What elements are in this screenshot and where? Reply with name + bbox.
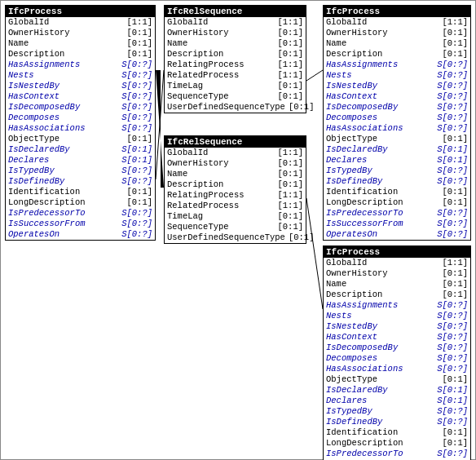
table-row: OperatesOnS[0:?]	[6, 229, 155, 240]
table-row: HasContextS[0:?]	[324, 332, 470, 343]
table-row: Identification[0:1]	[324, 427, 470, 438]
ifcprocess-1-box: IfcProcess GlobalId[1:1] OwnerHistory[0:…	[5, 5, 156, 241]
table-row: LongDescription[0:1]	[324, 197, 470, 208]
table-row: ObjectType[0:1]	[324, 134, 470, 144]
table-row: SequenceType[0:1]	[165, 222, 306, 232]
table-row: Name[0:1]	[165, 169, 306, 179]
table-row: HasAssignmentsS[0:?]	[6, 60, 155, 70]
table-row: OwnerHistory[0:1]	[324, 268, 470, 279]
ifcrelsequence-1-title: IfcRelSequence	[165, 6, 306, 17]
table-row: DecomposesS[0:?]	[6, 113, 155, 123]
table-row: Name[0:1]	[324, 279, 470, 290]
ifcrelsequence-2-rows: GlobalId[1:1] OwnerHistory[0:1] Name[0:1…	[165, 148, 306, 243]
table-row: Description[0:1]	[324, 290, 470, 300]
table-row: TimeLag[0:1]	[165, 211, 306, 222]
table-row: IsNestedByS[0:?]	[6, 81, 155, 91]
table-row: Description[0:1]	[6, 49, 155, 60]
table-row: IsNestedByS[0:?]	[324, 81, 470, 91]
table-row: OwnerHistory[0:1]	[165, 28, 306, 38]
table-row: DeclaresS[0:1]	[324, 396, 470, 406]
table-row: LongDescription[0:1]	[324, 438, 470, 449]
table-row: RelatedProcess[1:1]	[165, 201, 306, 211]
table-row: IsDeclaredByS[0:1]	[6, 144, 155, 155]
table-row: OperatesOnS[0:?]	[324, 229, 470, 240]
table-row: IsTypedByS[0:?]	[6, 166, 155, 176]
ifcprocess-2-rows: GlobalId[1:1] OwnerHistory[0:1] Name[0:1…	[324, 17, 470, 240]
table-row: GlobalId[1:1]	[165, 148, 306, 158]
table-row: RelatingProcess[1:1]	[165, 190, 306, 201]
table-row: RelatingProcess[1:1]	[165, 60, 306, 70]
ifcrelsequence-1-box: IfcRelSequence GlobalId[1:1] OwnerHistor…	[164, 5, 306, 113]
connector-nests-1	[156, 70, 164, 188]
table-row: IsDecomposedByS[0:?]	[6, 102, 155, 113]
table-row: IsTypedByS[0:?]	[324, 406, 470, 417]
ifcrelsequence-2-box: IfcRelSequence GlobalId[1:1] OwnerHistor…	[164, 135, 306, 244]
table-row: Description[0:1]	[324, 49, 470, 60]
table-row: RelatedProcess[1:1]	[165, 70, 306, 81]
table-row: NestsS[0:?]	[324, 70, 470, 81]
table-row: HasAssociationsS[0:?]	[324, 123, 470, 134]
connector-1-related	[306, 70, 323, 81]
table-row: DecomposesS[0:?]	[324, 353, 470, 364]
table-row: IsSuccessorFromS[0:?]	[324, 219, 470, 229]
table-row: Name[0:1]	[165, 38, 306, 49]
table-row: OwnerHistory[0:1]	[165, 158, 306, 169]
connector-1-relating	[156, 70, 164, 179]
ifcprocess-2-box: IfcProcess GlobalId[1:1] OwnerHistory[0:…	[323, 5, 471, 241]
table-row: DeclaresS[0:1]	[6, 155, 155, 166]
ifcprocess-3-rows: GlobalId[1:1] OwnerHistory[0:1] Name[0:1…	[324, 258, 470, 460]
table-row: GlobalId[1:1]	[324, 17, 470, 28]
table-row: Name[0:1]	[324, 38, 470, 49]
table-row: UserDefinedSequenceType[0:1]	[165, 102, 306, 113]
table-row: Name[0:1]	[6, 38, 155, 49]
table-row: SequenceType[0:1]	[165, 91, 306, 102]
table-row: HasAssignmentsS[0:?]	[324, 60, 470, 70]
ifcprocess-3-box: IfcProcess GlobalId[1:1] OwnerHistory[0:…	[323, 245, 471, 460]
table-row: UserDefinedSequenceType[0:1]	[165, 232, 306, 243]
table-row: IsDeclaredByS[0:1]	[324, 385, 470, 396]
table-row: IsPredecessorToS[0:?]	[324, 208, 470, 219]
ifcprocess-1-title: IfcProcess	[6, 6, 155, 17]
ifcprocess-1-rows: GlobalId[1:1] OwnerHistory[0:1] Name[0:1…	[6, 17, 155, 240]
table-row: Description[0:1]	[165, 49, 306, 60]
table-row: IsDeclaredByS[0:1]	[324, 144, 470, 155]
table-row: HasAssociationsS[0:?]	[324, 364, 470, 374]
table-row: GlobalId[1:1]	[165, 17, 306, 28]
table-row: IsPredecessorToS[0:?]	[324, 449, 470, 459]
table-row: OwnerHistory[0:1]	[6, 28, 155, 38]
table-row: IsDecomposedByS[0:?]	[324, 343, 470, 353]
ifcrelsequence-1-rows: GlobalId[1:1] OwnerHistory[0:1] Name[0:1…	[165, 17, 306, 113]
table-row: HasContextS[0:?]	[324, 91, 470, 102]
table-row: IsDefinedByS[0:?]	[6, 176, 155, 187]
table-row: HasAssociationsS[0:?]	[6, 123, 155, 134]
ifcprocess-3-title: IfcProcess	[324, 246, 470, 258]
table-row: TimeLag[0:1]	[165, 81, 306, 91]
table-row: GlobalId[1:1]	[6, 17, 155, 28]
ifcprocess-2-title: IfcProcess	[324, 6, 470, 17]
table-row: IsPredecessorToS[0:?]	[6, 208, 155, 219]
table-row: NestsS[0:?]	[324, 311, 470, 321]
table-row: ObjectType[0:1]	[324, 374, 470, 385]
ifcrelsequence-2-title: IfcRelSequence	[165, 136, 306, 148]
table-row: Identification[0:1]	[6, 187, 155, 197]
connector-2-related	[306, 198, 323, 309]
table-row: LongDescription[0:1]	[6, 197, 155, 208]
table-row: Identification[0:1]	[324, 187, 470, 197]
table-row: DeclaresS[0:1]	[324, 155, 470, 166]
table-row: OwnerHistory[0:1]	[324, 28, 470, 38]
diagram-container: IfcProcess GlobalId[1:1] OwnerHistory[0:…	[0, 0, 476, 460]
table-row: GlobalId[1:1]	[324, 258, 470, 268]
table-row: Description[0:1]	[165, 179, 306, 190]
table-row: HasAssignmentsS[0:?]	[324, 300, 470, 311]
table-row: DecomposesS[0:?]	[324, 113, 470, 123]
table-row: ObjectType[0:1]	[6, 134, 155, 144]
table-row: IsDefinedByS[0:?]	[324, 417, 470, 427]
table-row: NestsS[0:?]	[6, 70, 155, 81]
table-row: IsTypedByS[0:?]	[324, 166, 470, 176]
table-row: HasContextS[0:?]	[6, 91, 155, 102]
table-row: IsSuccessorFromS[0:?]	[6, 219, 155, 229]
table-row: IsDecomposedByS[0:?]	[324, 102, 470, 113]
table-row: IsDefinedByS[0:?]	[324, 176, 470, 187]
table-row: IsNestedByS[0:?]	[324, 321, 470, 332]
